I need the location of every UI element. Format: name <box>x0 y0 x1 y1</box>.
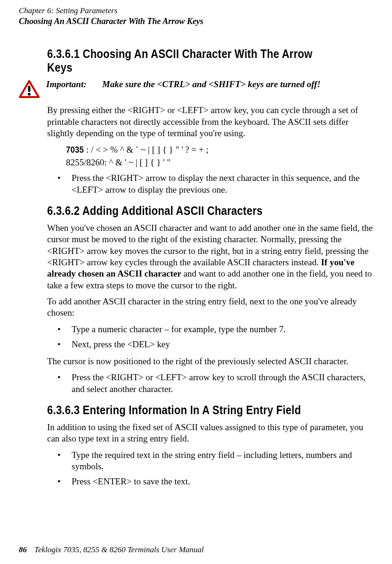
warning-icon <box>19 80 40 98</box>
ascii-7035-lead: 7035 <box>66 144 84 156</box>
s2-bullet-3: Press the <RIGHT> or <LEFT> arrow key to… <box>47 372 373 395</box>
s2-para1: When you've chosen an ASCII character an… <box>47 222 373 291</box>
page-number: 86 <box>19 545 27 554</box>
s1-para1: By pressing either the <RIGHT> or <LEFT>… <box>47 105 373 139</box>
important-note: Important: Make sure the <CTRL> and <SHI… <box>19 79 373 98</box>
heading-6-3-6-3: 6.3.6.3 Entering Information In A String… <box>47 403 334 417</box>
s2-para2: To add another ASCII character in the st… <box>47 296 373 319</box>
page-container: Chapter 6: Setting Parameters Choosing A… <box>0 0 392 564</box>
s2-bullet-1: Type a numeric character – for example, … <box>47 324 373 335</box>
s1-bullets: Press the <RIGHT> arrow to display the n… <box>47 172 373 196</box>
manual-title: Teklogix 7035, 8255 & 8260 Terminals Use… <box>34 545 204 554</box>
s3-bullet-2: Press <ENTER> to save the text. <box>47 476 373 487</box>
s1-bullet-1: Press the <RIGHT> arrow to display the n… <box>47 172 373 196</box>
s2-para3: The cursor is now positioned to the righ… <box>47 356 373 367</box>
ascii-block: 7035: / < > % ^ & ` ~ | [ ] { } " ' ? = … <box>66 144 373 169</box>
ascii-7035-chars: : / < > % ^ & ` ~ | [ ] { } " ' ? = + ; <box>86 145 208 155</box>
s2-bullets-a: Type a numeric character – for example, … <box>47 324 373 351</box>
s3-bullets: Type the required text in the string ent… <box>47 450 373 488</box>
ascii-7035-line: 7035: / < > % ^ & ` ~ | [ ] { } " ' ? = … <box>66 144 373 156</box>
s2-bullet-2: Next, press the <DEL> key <box>47 339 373 350</box>
heading-6-3-6-2: 6.3.6.2 Adding Additional ASCII Characte… <box>47 204 334 218</box>
s2-bullets-b: Press the <RIGHT> or <LEFT> arrow key to… <box>47 372 373 395</box>
svg-rect-1 <box>28 86 31 92</box>
header-chapter: Chapter 6: Setting Parameters <box>19 6 373 16</box>
s3-para1: In addition to using the fixed set of AS… <box>47 422 373 445</box>
important-label: Important: <box>46 79 100 90</box>
ascii-8255-line: 8255/8260: ^ & ' ~ | [ ] { } ' " <box>66 156 373 169</box>
important-text: Important: Make sure the <CTRL> and <SHI… <box>46 79 320 90</box>
important-body: Make sure the <CTRL> and <SHIFT> keys ar… <box>102 79 321 89</box>
svg-point-2 <box>28 93 31 96</box>
s3-bullet-1: Type the required text in the string ent… <box>47 450 373 473</box>
page-footer: 86Teklogix 7035, 8255 & 8260 Terminals U… <box>19 545 204 555</box>
heading-6-3-6-1: 6.3.6.1 Choosing An ASCII Character With… <box>47 47 334 74</box>
content-area: 6.3.6.1 Choosing An ASCII Character With… <box>47 47 373 487</box>
header-subtitle: Choosing An ASCII Character With The Arr… <box>19 16 373 26</box>
